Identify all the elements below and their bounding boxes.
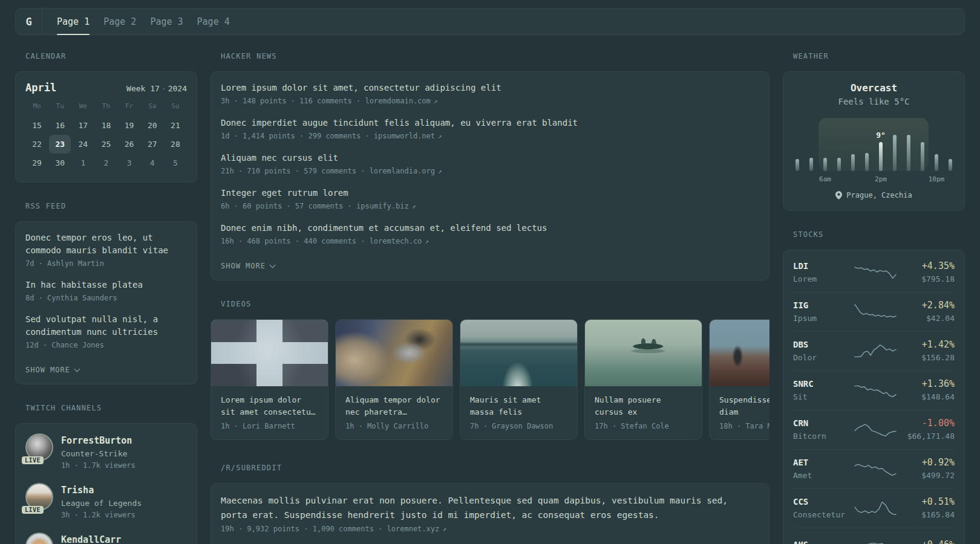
reddit-post-title[interactable]: Maecenas mollis pulvinar erat non posuer…	[221, 493, 759, 522]
video-title[interactable]: Mauris sit ametmassa felis	[470, 394, 567, 418]
calendar-weekday-row: Mo Tu We Th Fr Sa Su	[25, 102, 187, 110]
subreddit-card: Maecenas mollis pulvinar erat non posuer…	[211, 483, 769, 544]
video-card[interactable]: Mauris sit ametmassa felis 7h · Grayson …	[460, 319, 578, 440]
hn-story-domain-link[interactable]: loremtech.co	[370, 237, 422, 245]
rss-show-more-button[interactable]: SHOW MORE	[25, 366, 79, 374]
video-card[interactable]: Aliquam tempor dolornec pharetra… 1h · M…	[335, 319, 453, 440]
channel-viewers: 1h · 1.7k viewers	[61, 460, 136, 471]
top-nav: G Page 1 Page 2 Page 3 Page 4	[15, 8, 965, 35]
video-title[interactable]: Aliquam tempor dolornec pharetra…	[345, 394, 443, 418]
calendar-day: 20	[142, 116, 163, 135]
hacker-news-widget: HACKER NEWS Lorem ipsum dolor sit amet, …	[211, 51, 769, 280]
weather-location[interactable]: Prague, Czechia	[793, 191, 955, 199]
hacker-news-card: Lorem ipsum dolor sit amet, consectetur …	[211, 71, 769, 280]
stock-row[interactable]: AHS +0.46%	[793, 528, 955, 544]
weather-bar	[865, 153, 869, 171]
hn-story: Donec enim nibh, condimentum et accumsan…	[221, 222, 759, 247]
channel-name[interactable]: KendallCarr	[61, 533, 121, 544]
stock-change: +0.51%	[897, 496, 955, 508]
stock-row[interactable]: DBS Dolor +1.42% $156.28	[793, 331, 955, 371]
rss-item-title[interactable]: In hac habitasse platea	[25, 279, 187, 291]
video-title-line2: sit amet consectetu…	[221, 407, 316, 416]
rss-widget-title: RSS FEED	[25, 201, 197, 211]
hn-story-domain-link[interactable]: ipsumify.biz	[356, 202, 409, 210]
twitch-channel-row[interactable]: LIVE ForrestBurton Counter-Strike 1h · 1…	[25, 433, 187, 471]
nav-tab[interactable]: Page 4	[197, 8, 230, 34]
hn-story-domain-link[interactable]: loremdomain.com	[365, 97, 430, 105]
rss-item-meta: 7d · Ashlyn Martin	[25, 258, 187, 270]
time-label: 6am	[819, 175, 831, 183]
twitch-channel-row[interactable]: LIVE KendallCarr	[25, 533, 187, 544]
video-title[interactable]: Suspendisse quisdiam	[719, 394, 769, 418]
stock-row[interactable]: IIG Ipsum +2.84% $42.04	[793, 292, 955, 331]
stock-price: $66,171.48	[897, 430, 955, 442]
channel-name[interactable]: Trisha	[61, 483, 142, 497]
external-link-icon	[435, 132, 442, 140]
hn-story-stats: 3h · 148 points · 116 comments ·	[221, 97, 365, 105]
stock-name: Dolor	[793, 352, 854, 364]
rss-item-title[interactable]: Sed volutpat nulla nisl, a condimentum n…	[25, 313, 187, 338]
calendar-day: 30	[49, 154, 71, 172]
video-card[interactable]: Lorem ipsum dolorsit amet consectetu… 1h…	[211, 319, 328, 440]
video-thumbnail	[336, 320, 452, 386]
stock-ticker: CCS	[793, 496, 854, 508]
hn-story-domain-link[interactable]: loremlandia.org	[370, 167, 435, 175]
video-title[interactable]: Lorem ipsum dolorsit amet consectetu…	[221, 394, 318, 418]
video-title-line2: massa felis	[470, 407, 522, 416]
hn-story-title[interactable]: Integer eget rutrum lorem	[221, 187, 759, 199]
time-label: 2pm	[875, 175, 887, 183]
stock-name: Lorem	[793, 273, 854, 285]
channel-name[interactable]: ForrestBurton	[61, 433, 136, 448]
reddit-post-stats: 19h · 9,932 points · 1,090 comments ·	[221, 525, 387, 533]
stock-row[interactable]: LDI Lorem +4.35% $795.18	[793, 253, 955, 292]
rss-item-meta: 8d · Cynthia Saunders	[25, 293, 187, 304]
stock-row[interactable]: CRN Bitcorn -1.00% $66,171.48	[793, 410, 955, 449]
channel-game[interactable]: League of Legends	[61, 497, 142, 510]
weather-bar	[823, 158, 827, 171]
hn-story-title[interactable]: Donec enim nibh, condimentum et accumsan…	[221, 222, 759, 235]
stock-row[interactable]: SNRC Sit +1.36% $148.64	[793, 371, 955, 410]
video-card[interactable]: Nullam posuerecursus ex 17h · Stefan Col…	[584, 319, 702, 440]
video-card[interactable]: Suspendisse quisdiam 18h · Tara Mcbride	[709, 319, 769, 440]
stock-change: -1.00%	[897, 417, 955, 430]
reddit-post-domain-link[interactable]: loremnet.xyz	[387, 525, 440, 533]
stock-identity: CRN Bitcorn	[793, 417, 854, 442]
twitch-channel-row[interactable]: LIVE Trisha League of Legends 3h · 1.2k …	[25, 483, 187, 521]
middle-column: HACKER NEWS Lorem ipsum dolor sit amet, …	[211, 51, 769, 544]
hn-story-title[interactable]: Aliquam nec cursus elit	[221, 152, 759, 164]
nav-tab[interactable]: Page 1	[57, 8, 90, 34]
hn-show-more-button[interactable]: SHOW MORE	[221, 262, 275, 270]
weather-bar	[921, 142, 924, 171]
video-title-line1: Mauris sit amet	[470, 395, 541, 404]
calendar-day: 19	[119, 116, 140, 135]
channel-game[interactable]: Counter-Strike	[61, 448, 136, 460]
calendar-day: 2	[95, 154, 117, 172]
hn-story-stats: 6h · 60 points · 57 comments ·	[221, 202, 356, 210]
hn-story-domain-link[interactable]: ipsumworld.net	[374, 132, 435, 140]
calendar-day: 5	[165, 154, 186, 172]
video-thumbnail	[710, 320, 769, 386]
nav-tab[interactable]: Page 2	[103, 8, 136, 34]
stock-identity: DBS Dolor	[793, 338, 854, 364]
rss-item-title[interactable]: Donec tempor eros leo, ut commodo mauris…	[25, 232, 187, 257]
stock-row[interactable]: CCS Consectetur +0.51% $165.84	[793, 488, 955, 528]
logo[interactable]: G	[16, 8, 42, 34]
videos-widget-title: VIDEOS	[221, 299, 769, 309]
videos-widget: VIDEOS Lorem ipsum dolorsit amet consect…	[211, 299, 769, 440]
hn-story-title[interactable]: Lorem ipsum dolor sit amet, consectetur …	[221, 82, 759, 94]
stock-price: $148.64	[897, 391, 955, 403]
calendar-weekday: We	[71, 102, 94, 110]
weather-card: Overcast Feels like 5°C 9° 6am 2pm	[783, 71, 965, 211]
hn-story-title[interactable]: Donec imperdiet augue tincidunt felis al…	[221, 117, 759, 129]
weather-bar	[893, 135, 897, 171]
weather-bar	[949, 159, 952, 171]
hn-story: Integer eget rutrum lorem 6h · 60 points…	[221, 187, 759, 212]
video-title[interactable]: Nullam posuerecursus ex	[595, 394, 692, 418]
nav-tab[interactable]: Page 3	[150, 8, 183, 34]
channel-avatar: LIVE	[25, 483, 53, 511]
stock-row[interactable]: AET Amet +0.92% $499.72	[793, 449, 955, 488]
channel-avatar: LIVE	[25, 533, 53, 544]
video-title-line2: cursus ex	[595, 407, 637, 416]
calendar-month: April	[25, 82, 56, 94]
calendar-card: April Week 17·2024 Mo Tu We Th	[15, 71, 197, 183]
